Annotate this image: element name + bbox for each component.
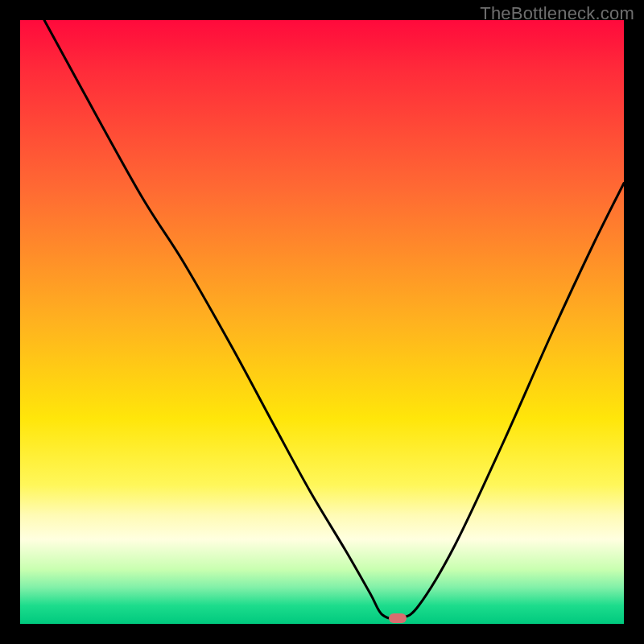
bottleneck-curve [20, 20, 624, 624]
plot-area [20, 20, 624, 624]
optimal-marker [389, 613, 407, 623]
chart-frame: TheBottleneck.com [0, 0, 644, 644]
